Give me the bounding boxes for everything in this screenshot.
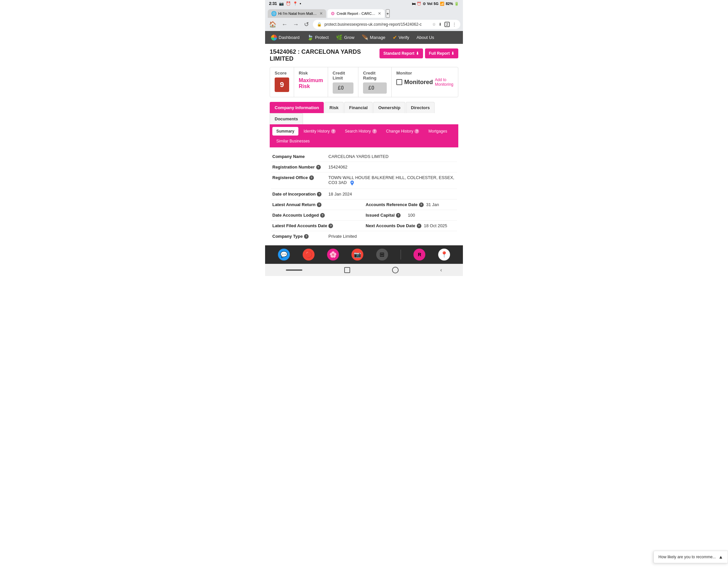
messages-app-icon[interactable]: 💬 <box>278 249 290 260</box>
tab-count-icon[interactable]: 2 <box>444 22 450 27</box>
primary-tabs: Company Information Risk Financial Owner… <box>270 102 458 125</box>
tab-1-close[interactable]: ✕ <box>319 11 323 16</box>
secondary-tabs: Summary Identity History ? Search Histor… <box>270 125 458 147</box>
tab-similar-businesses[interactable]: Similar Businesses <box>272 137 314 146</box>
address-bar[interactable]: 🔒 protect.businessexpress-uk.com/reg-rep… <box>313 20 460 29</box>
tab-financial[interactable]: Financial <box>344 102 372 113</box>
tab-ownership[interactable]: Ownership <box>373 102 405 113</box>
search-history-help-icon: ? <box>372 129 377 133</box>
nav-verify[interactable]: ✔ Verify <box>389 31 413 44</box>
tab-directors[interactable]: Directors <box>406 102 435 113</box>
dual-row-2: Date Accounts Lodged ? Issued Capital ? … <box>271 210 457 221</box>
social-app-icon[interactable]: 🔴 <box>303 249 315 260</box>
tab-bar: 🌐 Hi I'm Natal from Malta new ✕ ⚙ Credit… <box>268 9 460 18</box>
tab-company-information[interactable]: Company Information <box>270 102 324 113</box>
company-type-row: Company Type ? Private Limited <box>271 231 457 242</box>
status-left: 2:31 📷 ⏰ 📍 • <box>269 1 301 6</box>
nav-grow[interactable]: 🌿 Grow <box>333 31 358 44</box>
download-icon[interactable]: ⬇ <box>439 22 442 27</box>
google-maps-icon[interactable] <box>349 180 355 186</box>
main-nav: Dashboard 🍃 Protect 🌿 Grow 🪶 Manage ✔ Ve… <box>265 31 463 44</box>
company-name-label: Company Name <box>272 154 325 159</box>
latest-annual-return-label: Latest Annual Return ? <box>272 202 321 207</box>
page-content: 15424062 : CARCELONA YARDS LIMITED Stand… <box>265 44 463 245</box>
issued-capital-label: Issued Capital ? <box>366 213 405 218</box>
monitor-checkbox[interactable] <box>396 79 402 85</box>
tab-risk[interactable]: Risk <box>324 102 343 113</box>
registered-office-label: Registered Office ? <box>272 175 325 180</box>
lock-icon: 🔒 <box>317 22 322 27</box>
issued-capital-help: ? <box>396 213 400 218</box>
status-location-icon: 📍 <box>293 1 298 6</box>
company-type-value: Private Limited <box>329 234 456 239</box>
summary-data-table: Company Name CARCELONA YARDS LIMITED Reg… <box>270 147 458 245</box>
forward-button[interactable]: → <box>291 21 300 29</box>
nav-dashboard-label: Dashboard <box>279 35 300 40</box>
tab-identity-history[interactable]: Identity History ? <box>300 127 340 135</box>
nav-home-button[interactable] <box>344 267 350 273</box>
circle-r-app-icon[interactable]: R <box>413 249 425 260</box>
back-button[interactable]: ← <box>280 21 289 29</box>
dual-col-left-2: Date Accounts Lodged ? <box>272 213 362 218</box>
credit-rating-section: Credit Rating £0 <box>358 67 392 97</box>
new-tab-button[interactable]: + <box>386 9 390 18</box>
nav-manage[interactable]: 🪶 Manage <box>358 31 389 44</box>
menu-icon[interactable]: ⋮ <box>452 22 456 27</box>
nav-dashboard[interactable]: Dashboard <box>268 31 303 44</box>
nav-about-label: About Us <box>416 35 434 40</box>
tab-2-close[interactable]: ✕ <box>378 11 381 16</box>
add-monitoring-link[interactable]: Add to Monitoring <box>435 77 453 87</box>
standard-report-button[interactable]: Standard Report ⬇ <box>380 49 423 58</box>
status-circle-icon: ⊙ <box>423 2 426 6</box>
browser-tab-2[interactable]: ⚙ Credit Report - CARCELONA ✕ <box>328 9 385 18</box>
accounts-reference-help: ? <box>419 202 424 207</box>
reload-button[interactable]: ↺ <box>303 20 310 29</box>
accounts-reference-date-label: Accounts Reference Date ? <box>366 202 424 207</box>
dual-col-left-3: Latest Filed Accounts Date ? <box>272 223 362 228</box>
tab-mortgages[interactable]: Mortgages <box>424 127 451 135</box>
change-history-help-icon: ? <box>414 129 419 133</box>
registered-office-value: TOWN WALL HOUSE BALKERNE HILL, COLCHESTE… <box>329 175 456 186</box>
home-button[interactable]: 🏠 <box>268 20 278 29</box>
status-bed-icon: 🛏 <box>412 2 415 6</box>
nav-about[interactable]: About Us <box>413 32 437 43</box>
registered-office-help-icon: ? <box>309 175 314 180</box>
status-alarm2-icon: ⏰ <box>417 2 421 6</box>
nav-protect[interactable]: 🍃 Protect <box>304 31 332 44</box>
nav-tri-button[interactable]: ‹ <box>440 267 442 273</box>
maps-app-icon[interactable]: 📍 <box>438 249 450 260</box>
nav-manage-label: Manage <box>370 35 385 40</box>
latest-filed-accounts-help: ? <box>329 224 333 228</box>
score-label: Score <box>275 71 289 76</box>
tab-summary[interactable]: Summary <box>272 127 298 135</box>
accounts-reference-date-value: 31 Jan <box>426 202 456 207</box>
next-accounts-due-value: 18 Oct 2025 <box>424 223 456 228</box>
camera-app-icon[interactable]: 📷 <box>352 249 363 260</box>
status-time: 2:31 <box>269 1 277 6</box>
credit-limit-label: Credit Limit <box>333 71 354 80</box>
company-title: 15424062 : CARCELONA YARDS LIMITED <box>270 49 376 62</box>
dual-row-1: Latest Annual Return ? Accounts Referenc… <box>271 200 457 210</box>
manage-icon: 🪶 <box>362 34 368 41</box>
nav-recents-button[interactable] <box>286 270 302 271</box>
tab-documents[interactable]: Documents <box>270 113 303 124</box>
grow-icon: 🌿 <box>336 34 343 41</box>
full-report-button[interactable]: Full Report ⬇ <box>425 49 458 58</box>
nav-back-button[interactable] <box>392 267 399 273</box>
registration-number-value: 15424062 <box>329 164 456 170</box>
grid-app-icon[interactable]: ⊞ <box>376 249 388 260</box>
risk-section: Risk Maximum Risk <box>294 67 328 97</box>
status-alarm-icon: ⏰ <box>286 1 291 6</box>
address-icons: ☆ ⬇ 2 ⋮ <box>432 22 456 27</box>
date-incorporation-row: Date of Incorporation ? 18 Jan 2024 <box>271 189 457 200</box>
nav-protect-label: Protect <box>315 35 329 40</box>
bookmark-icon[interactable]: ☆ <box>432 22 436 27</box>
status-right: 🛏 ⏰ ⊙ Vol 5G 📶 82% 🔋 <box>412 2 459 6</box>
dual-row-3: Latest Filed Accounts Date ? Next Accoun… <box>271 221 457 231</box>
flower-app-icon[interactable]: 🌸 <box>327 249 339 260</box>
tab-change-history[interactable]: Change History ? <box>382 127 423 135</box>
browser-tab-1[interactable]: 🌐 Hi I'm Natal from Malta new ✕ <box>268 9 326 18</box>
credit-rating-label: Credit Rating <box>363 71 387 80</box>
company-name-row: Company Name CARCELONA YARDS LIMITED <box>271 151 457 162</box>
tab-search-history[interactable]: Search History ? <box>341 127 381 135</box>
